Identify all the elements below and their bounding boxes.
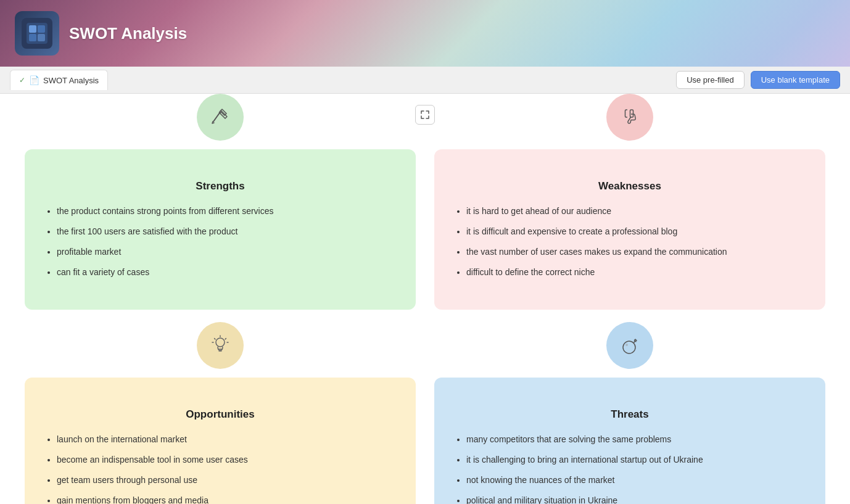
tab-page-icon: 📄: [29, 75, 39, 85]
svg-line-9: [225, 339, 226, 339]
list-item: profitable market: [57, 246, 396, 258]
weaknesses-box: Weaknesses it is hard to get ahead of ou…: [434, 149, 825, 310]
threats-title: Threats: [454, 408, 806, 421]
svg-rect-3: [38, 25, 45, 33]
strengths-box: Strengths the product contains strong po…: [25, 149, 416, 310]
header-title: SWOT Analysis: [69, 24, 187, 43]
list-item: not knowing the nuances of the market: [466, 474, 806, 487]
swot-grid: Strengths the product contains strong po…: [25, 118, 825, 504]
tab-check-icon: ✓: [19, 76, 25, 85]
svg-rect-5: [38, 34, 45, 41]
list-item: it is challenging to bring an internatio…: [466, 453, 806, 466]
tab-bar: ✓ 📄 SWOT Analysis Use pre-filled Use bla…: [0, 67, 850, 94]
svg-point-14: [625, 344, 628, 346]
svg-rect-4: [29, 34, 36, 41]
weaknesses-quadrant: Weaknesses it is hard to get ahead of ou…: [434, 118, 825, 310]
threats-box: Threats many competitors that are solvin…: [434, 378, 825, 504]
tab-left: ✓ 📄 SWOT Analysis: [10, 70, 108, 90]
list-item: political and military situation in Ukra…: [466, 494, 806, 504]
strengths-list: the product contains strong points from …: [44, 205, 396, 279]
list-item: can fit a variety of cases: [57, 266, 396, 279]
svg-line-11: [215, 339, 215, 339]
weaknesses-icon: [606, 94, 653, 141]
list-item: gain mentions from bloggers and media: [57, 494, 396, 504]
strengths-title: Strengths: [44, 180, 396, 192]
threats-quadrant: Threats many competitors that are solvin…: [434, 347, 825, 504]
expand-button[interactable]: [415, 105, 435, 125]
tab-swot-analysis[interactable]: ✓ 📄 SWOT Analysis: [10, 70, 108, 90]
opportunities-icon: [197, 322, 244, 369]
weaknesses-title: Weaknesses: [454, 180, 806, 192]
strengths-quadrant: Strengths the product contains strong po…: [25, 118, 416, 310]
strengths-icon: [197, 94, 244, 141]
list-item: launch on the international market: [57, 433, 396, 446]
opportunities-title: Opportunities: [44, 408, 396, 421]
header: SWOT Analysis: [0, 0, 850, 67]
threats-list: many competitors that are solving the sa…: [454, 433, 806, 504]
list-item: many competitors that are solving the sa…: [466, 433, 806, 446]
list-item: difficult to define the correct niche: [466, 266, 806, 279]
list-item: become an indispensable tool in some use…: [57, 453, 396, 466]
weaknesses-list: it is hard to get ahead of our audience …: [454, 205, 806, 279]
list-item: the vast number of user cases makes us e…: [466, 246, 806, 258]
use-pre-filled-button[interactable]: Use pre-filled: [676, 71, 745, 89]
list-item: it is difficult and expensive to create …: [466, 225, 806, 238]
list-item: the first 100 users are satisfied with t…: [57, 225, 396, 238]
list-item: it is hard to get ahead of our audience: [466, 205, 806, 218]
threats-icon: [606, 322, 653, 369]
app-logo: [15, 11, 59, 56]
use-blank-template-button[interactable]: Use blank template: [751, 71, 840, 89]
tab-right: Use pre-filled Use blank template: [676, 71, 840, 89]
opportunities-quadrant: Opportunities launch on the internationa…: [25, 347, 416, 504]
svg-point-7: [216, 338, 225, 347]
main-content: Strengths the product contains strong po…: [0, 94, 850, 504]
list-item: get team users through personal use: [57, 474, 396, 487]
opportunities-box: Opportunities launch on the internationa…: [25, 378, 416, 504]
list-item: the product contains strong points from …: [57, 205, 396, 218]
tab-label: SWOT Analysis: [43, 76, 99, 85]
svg-rect-2: [29, 25, 36, 33]
opportunities-list: launch on the international market becom…: [44, 433, 396, 504]
